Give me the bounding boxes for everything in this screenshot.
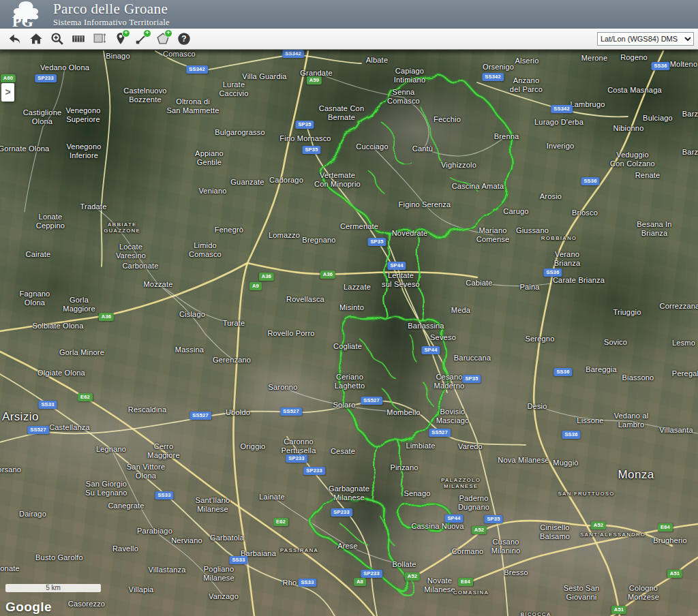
overview-map-button[interactable] [67, 29, 89, 48]
header-bar: PG Parco delle Groane Sistema Informativ… [0, 0, 698, 29]
magnifier-plus-icon [50, 31, 65, 46]
toolbar-shadow [0, 49, 698, 56]
projection-select-wrap: Lat/Lon (WGS84) DMS [597, 32, 694, 46]
app-title: Parco delle Groane [53, 2, 170, 16]
plus-badge-icon: + [122, 29, 130, 37]
app-window: PG Parco delle Groane Sistema Informativ… [0, 0, 698, 616]
plus-badge-icon: + [143, 29, 151, 37]
panel-expand-button[interactable]: > [1, 83, 14, 102]
plus-badge-icon: + [164, 29, 172, 37]
previous-extent-button[interactable] [4, 29, 25, 48]
svg-text:?: ? [181, 34, 186, 44]
projection-select[interactable]: Lat/Lon (WGS84) DMS [597, 32, 694, 46]
map-viewport[interactable] [0, 49, 698, 616]
question-icon: ? [177, 31, 192, 46]
add-polygon-button[interactable]: + [152, 29, 173, 48]
svg-text:PG: PG [12, 13, 33, 28]
minimap-icon [71, 31, 86, 46]
home-icon [29, 31, 44, 46]
app-subtitle: Sistema Informativo Territoriale [53, 18, 170, 27]
scale-bar: 5 km [5, 584, 101, 592]
home-extent-button[interactable] [25, 29, 46, 48]
satellite-imagery [0, 49, 698, 616]
back-arrow-icon [7, 31, 22, 46]
extent-box-icon [92, 31, 107, 46]
add-line-button[interactable]: + [131, 29, 152, 48]
help-button[interactable]: ? [173, 29, 194, 48]
google-attribution: Google [5, 600, 52, 615]
zoom-box-button[interactable] [89, 29, 110, 48]
toolbar: +++? Lat/Lon (WGS84) DMS [0, 29, 698, 50]
zoom-in-button[interactable] [46, 29, 67, 48]
toolbar-buttons: +++? [4, 29, 194, 49]
add-point-button[interactable]: + [110, 29, 131, 48]
park-logo-icon: PG [4, 1, 48, 28]
